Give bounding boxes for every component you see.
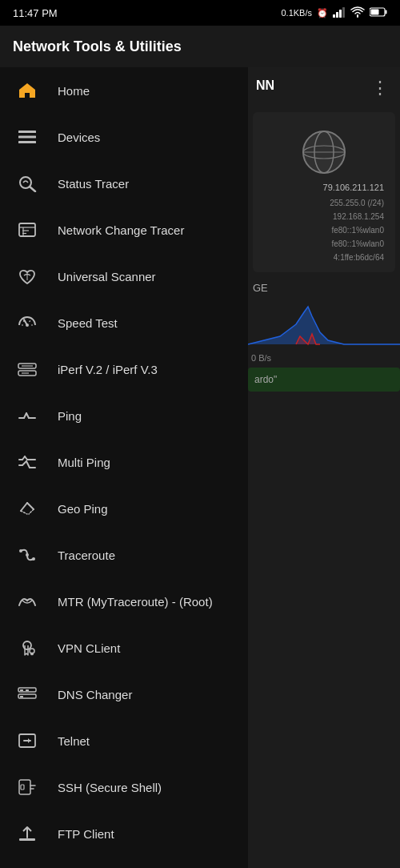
signal-icon xyxy=(333,6,346,19)
content-area: NN ⋮ 79.106.211.121 255.255.0 (/24) 192.… xyxy=(248,67,400,868)
sidebar-item-mtr[interactable]: MTR (MyTraceroute) - (Root) xyxy=(0,578,248,625)
hostname-value: ardo" xyxy=(254,374,277,385)
network-change-tracer-icon xyxy=(16,219,38,241)
svg-rect-8 xyxy=(18,136,36,139)
svg-rect-1 xyxy=(336,12,338,18)
svg-line-37 xyxy=(26,461,30,468)
sidebar-item-label: Ping xyxy=(58,409,82,423)
mac-suffix: 4:1ffe:b6dc/64 xyxy=(261,251,387,264)
sidebar-item-dns-changer[interactable]: DNS Changer xyxy=(0,671,248,717)
sidebar-item-label: Devices xyxy=(58,131,100,144)
sidebar-item-label: FTP Client xyxy=(58,827,114,841)
content-label: NN xyxy=(256,78,274,93)
sidebar-item-universal-scanner[interactable]: Universal Scanner xyxy=(0,253,248,299)
svg-line-11 xyxy=(30,187,35,191)
sidebar-item-label: Status Tracer xyxy=(58,177,129,191)
iperf-icon xyxy=(16,358,38,380)
ftp-client-icon xyxy=(16,822,38,845)
drawer-container: Home Devices Status Tracer xyxy=(0,67,400,868)
sidebar-item-label: Geo Ping xyxy=(58,502,108,516)
sidebar-item-label: iPerf V.2 / iPerf V.3 xyxy=(58,363,158,376)
sidebar-item-ssh[interactable]: SSH (Secure Shell) xyxy=(0,764,248,810)
globe-icon xyxy=(300,128,348,176)
app-title: Network Tools & Utilities xyxy=(13,38,182,55)
app-header: Network Tools & Utilities xyxy=(0,26,400,67)
svg-rect-57 xyxy=(21,785,24,790)
svg-point-44 xyxy=(26,553,29,557)
vpn-client-icon xyxy=(16,637,38,659)
home-icon xyxy=(16,79,38,102)
network-speed: 0.1KB/s xyxy=(281,8,312,18)
nav-drawer: Home Devices Status Tracer xyxy=(0,67,248,868)
sidebar-item-home[interactable]: Home xyxy=(0,67,248,114)
speed-test-icon xyxy=(16,311,38,334)
battery-icon xyxy=(370,7,387,18)
speed-value: 0 B/s xyxy=(248,352,400,364)
svg-line-42 xyxy=(29,509,34,514)
sidebar-item-ping[interactable]: Ping xyxy=(0,392,248,439)
traceroute-icon xyxy=(16,544,38,566)
sidebar-item-telnet[interactable]: Telnet xyxy=(0,717,248,764)
status-time: 11:47 PM xyxy=(13,7,58,19)
svg-rect-0 xyxy=(333,14,335,18)
svg-point-18 xyxy=(26,323,29,327)
sidebar-item-vpn-client[interactable]: VPN CLient xyxy=(0,625,248,671)
svg-line-29 xyxy=(26,413,29,418)
sidebar-item-status-tracer[interactable]: Status Tracer xyxy=(0,160,248,207)
svg-rect-12 xyxy=(19,223,35,236)
ip-address: 79.106.211.121 xyxy=(261,179,387,196)
sidebar-item-devices[interactable]: Devices xyxy=(0,114,248,160)
sidebar-item-label: Home xyxy=(58,84,90,98)
network-info-card: 79.106.211.121 255.255.0 (/24) 192.168.1… xyxy=(253,112,395,272)
speed-chart xyxy=(248,300,400,348)
telnet-icon xyxy=(16,729,38,752)
status-tracer-icon xyxy=(16,172,38,195)
svg-rect-53 xyxy=(26,689,29,691)
svg-line-22 xyxy=(30,321,31,322)
svg-rect-6 xyxy=(371,10,379,15)
sidebar-item-label: Traceroute xyxy=(58,549,115,562)
sidebar-item-network-change-tracer[interactable]: Network Change Tracer xyxy=(0,207,248,253)
sidebar-item-traceroute[interactable]: Traceroute xyxy=(0,532,248,578)
ping-icon xyxy=(16,404,38,427)
sidebar-item-geo-ping[interactable]: Geo Ping xyxy=(0,485,248,532)
sidebar-item-speed-test[interactable]: Speed Test xyxy=(0,299,248,346)
multi-ping-icon xyxy=(16,451,38,473)
subnet-mask: 255.255.0 (/24) xyxy=(261,196,387,210)
wifi-icon xyxy=(350,6,365,19)
sidebar-item-label: Telnet xyxy=(58,734,90,748)
sidebar-item-label: MTR (MyTraceroute) - (Root) xyxy=(58,595,213,609)
svg-line-40 xyxy=(27,503,34,509)
ipv6-2: fe80::1%wlan0 xyxy=(261,237,387,251)
sidebar-item-iperf[interactable]: iPerf V.2 / iPerf V.3 xyxy=(0,346,248,392)
sidebar-item-label: Universal Scanner xyxy=(58,270,156,283)
svg-point-43 xyxy=(19,549,22,553)
sidebar-item-label: Multi Ping xyxy=(58,456,110,469)
svg-rect-2 xyxy=(339,10,342,18)
svg-rect-51 xyxy=(20,689,23,691)
content-header: NN ⋮ xyxy=(248,67,400,109)
mtr-icon xyxy=(16,590,38,613)
svg-rect-48 xyxy=(31,653,34,655)
sidebar-item-multi-ping[interactable]: Multi Ping xyxy=(0,439,248,485)
sidebar-item-label: Speed Test xyxy=(58,316,118,330)
sidebar-item-label: DNS Changer xyxy=(58,688,132,701)
svg-line-41 xyxy=(21,511,27,514)
hostname-card: ardo" xyxy=(248,368,400,392)
svg-line-39 xyxy=(21,503,27,511)
svg-rect-3 xyxy=(342,7,345,18)
ipv6-1: fe80::1%wlan0 xyxy=(261,223,387,237)
ssh-icon xyxy=(16,776,38,798)
svg-rect-5 xyxy=(386,10,387,14)
chart-svg xyxy=(248,300,400,348)
svg-line-36 xyxy=(22,461,26,465)
dns-changer-icon xyxy=(16,683,38,705)
network-type-label: GE xyxy=(248,275,400,297)
sidebar-item-ftp-client[interactable]: FTP Client xyxy=(0,810,248,857)
more-options-button[interactable]: ⋮ xyxy=(371,78,389,98)
svg-point-45 xyxy=(32,557,35,561)
svg-rect-7 xyxy=(18,131,36,133)
svg-rect-61 xyxy=(19,838,35,841)
status-bar: 11:47 PM 0.1KB/s ⏰ xyxy=(0,0,400,26)
devices-icon xyxy=(16,126,38,148)
